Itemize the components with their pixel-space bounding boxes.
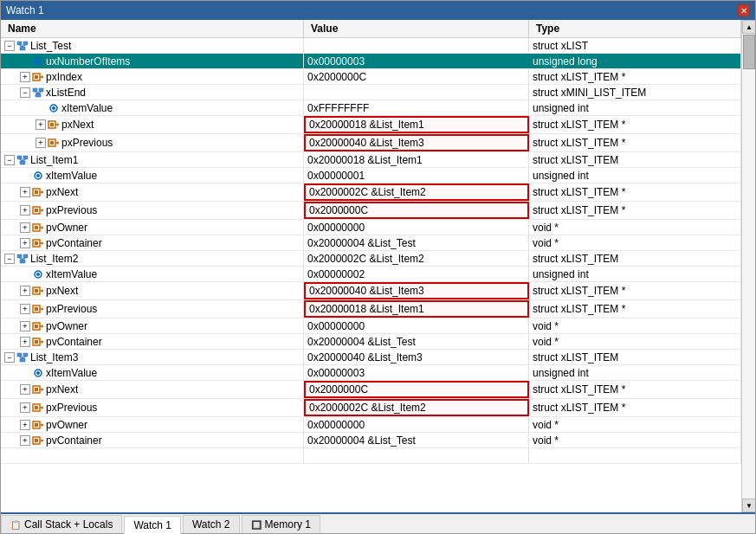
table-row[interactable]: + pvContainer0x20000004 &List_Testvoid * [1,334,741,350]
expand-button[interactable]: + [20,72,30,82]
expand-button[interactable]: + [20,286,30,296]
svg-marker-87 [42,388,43,391]
tab-watch1[interactable]: Watch 1 [124,516,181,534]
expand-button[interactable]: + [20,420,30,430]
name-cell: + pvOwner [1,318,304,333]
expand-button[interactable]: + [20,435,30,446]
header-value: Value [304,20,529,37]
tab-icon: 🔲 [251,520,262,530]
table-row[interactable]: xItemValue0xFFFFFFFFunsigned int [1,100,741,116]
table-row[interactable]: − List_Item10x20000018 &List_Item1struct… [1,152,741,168]
table-row[interactable]: + pvOwner0x00000000void * [1,417,741,433]
name-cell: xItemValue [1,365,304,380]
row-name: xItemValue [46,170,97,182]
svg-line-56 [20,258,23,260]
expand-button[interactable]: − [20,87,30,98]
svg-rect-29 [23,156,28,159]
table-row[interactable]: + pxNext0x2000000Cstruct xLIST_ITEM * [1,381,741,399]
expand-button[interactable]: + [36,119,46,130]
row-name: pvContainer [46,237,102,249]
table-row[interactable]: + pvOwner0x00000000void * [1,318,741,334]
row-name: pvOwner [46,419,87,431]
table-row[interactable]: + pxPrevious0x20000018 &List_Item1struct… [1,300,741,318]
table-row[interactable]: xItemValue0x00000002unsigned int [1,267,741,282]
expand-button[interactable]: + [20,205,30,216]
table-row[interactable]: + pvContainer0x20000004 &List_Testvoid * [1,235,741,251]
name-cell: + pxPrevious [1,134,304,151]
table-row[interactable]: xItemValue0x00000003unsigned int [1,365,741,381]
name-cell: + pvContainer [1,433,304,447]
scroll-down-button[interactable]: ▼ [742,499,755,512]
value-cell: 0x2000002C &List_Item2 [304,399,529,416]
svg-line-32 [20,159,23,161]
row-name: pvContainer [46,434,102,447]
table-row[interactable]: − List_Item30x20000040 &List_Item3struct… [1,350,741,365]
type-cell: void * [529,318,741,333]
table-row[interactable]: + pxNext0x20000040 &List_Item3struct xLI… [1,282,741,300]
table-row[interactable]: − xListEndstruct xMINI_LIST_ITEM [1,85,741,100]
table-row[interactable]: + pvContainer0x20000004 &List_Testvoid * [1,433,741,448]
name-cell: + pvOwner [1,220,304,235]
type-cell: struct xLIST [529,38,741,53]
table-row[interactable]: + pxIndex0x2000000Cstruct xLIST_ITEM * [1,69,741,85]
svg-rect-41 [35,209,38,212]
name-cell: + pxPrevious [1,300,304,318]
row-name: pvOwner [46,222,87,234]
expand-button[interactable]: + [20,304,30,314]
table-row[interactable]: + pxPrevious0x2000002C &List_Item2struct… [1,399,741,417]
value-cell: 0x20000040 &List_Item3 [304,282,529,299]
table-row[interactable]: uxNumberOfItems0x00000003unsigned long [1,54,741,69]
svg-line-80 [20,357,23,358]
value-cell: 0x20000004 &List_Test [304,235,529,250]
vertical-scrollbar[interactable]: ▲ ▼ [741,20,755,512]
row-name: pxNext [61,119,94,131]
tab-label: Call Stack + Locals [24,518,113,531]
expand-button[interactable]: + [20,238,30,248]
table-wrapper: Name Value Type − List_Teststruct xLIST … [1,20,755,512]
svg-marker-99 [42,439,43,442]
value-cell: 0x2000000C [304,202,529,219]
svg-marker-63 [42,289,43,293]
scroll-up-button[interactable]: ▲ [742,20,755,34]
tab-watch2[interactable]: Watch 2 [183,515,240,533]
scroll-track[interactable] [742,34,755,499]
type-cell: void * [529,417,741,432]
expand-button[interactable]: − [4,41,15,51]
row-name: xItemValue [46,367,97,379]
table-row[interactable]: + pvOwner0x00000000void * [1,220,741,235]
table-row[interactable]: xItemValue0x00000001unsigned int [1,168,741,183]
svg-point-19 [52,106,55,110]
svg-point-7 [36,60,40,63]
expand-button[interactable]: + [20,187,30,197]
expand-button[interactable]: + [20,402,30,413]
expand-button[interactable]: − [4,254,15,264]
svg-marker-23 [57,123,59,126]
expand-button[interactable]: + [20,321,30,331]
expand-button[interactable]: − [4,352,15,363]
table-row[interactable]: − List_Item20x2000002C &List_Item2struct… [1,251,741,267]
scroll-thumb[interactable] [743,35,755,69]
table-row[interactable]: + pxNext0x2000002C &List_Item2struct xLI… [1,183,741,202]
table-row[interactable]: + pxNext0x20000018 &List_Item1struct xLI… [1,116,741,134]
svg-rect-97 [35,439,38,442]
value-cell: 0x00000000 [304,417,529,432]
expand-button[interactable]: − [4,155,15,165]
table-header: Name Value Type [1,20,741,38]
table-row[interactable]: + pxPrevious0x2000000Cstruct xLIST_ITEM … [1,202,741,220]
value-cell: 0x20000018 &List_Item1 [304,152,529,167]
tab-memory1[interactable]: 🔲Memory 1 [242,515,320,533]
expand-button[interactable]: + [20,222,30,233]
close-button[interactable]: ✕ [738,4,750,16]
row-name: pxNext [46,383,78,396]
tab-call-stack[interactable]: 📋Call Stack + Locals [1,515,122,533]
expand-button[interactable]: + [36,138,46,148]
svg-rect-1 [23,42,28,45]
expand-button[interactable]: + [20,337,30,347]
name-cell: + pxPrevious [1,202,304,219]
svg-rect-45 [35,226,38,229]
expand-button[interactable]: + [20,384,30,395]
table-row[interactable]: + pxPrevious0x20000040 &List_Item3struct… [1,134,741,152]
table-row[interactable] [1,448,741,464]
name-cell: + pxNext [1,116,304,133]
table-row[interactable]: − List_Teststruct xLIST [1,38,741,54]
